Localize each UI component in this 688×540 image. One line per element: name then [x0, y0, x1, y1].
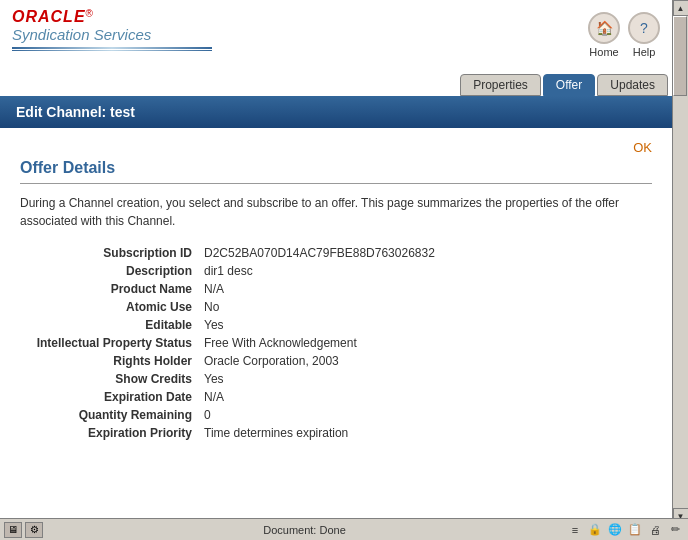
home-button[interactable]: 🏠 Home — [588, 12, 620, 58]
tab-offer[interactable]: Offer — [543, 74, 595, 96]
product-name-value: N/A — [200, 280, 652, 298]
offer-details-table: Subscription ID D2C52BA070D14AC79FBE88D7… — [20, 244, 652, 442]
table-row: Subscription ID D2C52BA070D14AC79FBE88D7… — [20, 244, 652, 262]
description-label: Description — [20, 262, 200, 280]
expiration-priority-value: Time determines expiration — [200, 424, 652, 442]
page-title-bar: Edit Channel: test — [0, 96, 672, 128]
oracle-text: ORACLE — [12, 8, 86, 25]
show-credits-label: Show Credits — [20, 370, 200, 388]
section-title: Offer Details — [20, 159, 652, 177]
status-right-icon-6[interactable]: ✏ — [666, 522, 684, 538]
table-row: Rights Holder Oracle Corporation, 2003 — [20, 352, 652, 370]
tab-updates[interactable]: Updates — [597, 74, 668, 96]
expiration-date-value: N/A — [200, 388, 652, 406]
subscription-id-label: Subscription ID — [20, 244, 200, 262]
table-row: Show Credits Yes — [20, 370, 652, 388]
header: ORACLE® Syndication Services 🏠 Home ? He… — [0, 0, 672, 70]
status-icon-1[interactable]: 🖥 — [4, 522, 22, 538]
section-description: During a Channel creation, you select an… — [20, 194, 652, 230]
table-row: Intellectual Property Status Free With A… — [20, 334, 652, 352]
status-right-icon-3[interactable]: 🌐 — [606, 522, 624, 538]
content-area: OK Offer Details During a Channel creati… — [0, 128, 672, 458]
logo-area: ORACLE® Syndication Services — [12, 8, 212, 51]
expiration-priority-label: Expiration Priority — [20, 424, 200, 442]
status-bar: 🖥 ⚙ Document: Done ≡ 🔒 🌐 📋 🖨 ✏ — [0, 518, 688, 540]
quantity-remaining-label: Quantity Remaining — [20, 406, 200, 424]
ip-status-label: Intellectual Property Status — [20, 334, 200, 352]
table-row: Editable Yes — [20, 316, 652, 334]
home-label: Home — [589, 46, 618, 58]
rights-holder-label: Rights Holder — [20, 352, 200, 370]
scrollbar[interactable]: ▲ ▼ — [672, 0, 688, 524]
description-value: dir1 desc — [200, 262, 652, 280]
main-content-area: ORACLE® Syndication Services 🏠 Home ? He… — [0, 0, 672, 524]
section-divider — [20, 183, 652, 184]
status-right-icons: ≡ 🔒 🌐 📋 🖨 ✏ — [566, 522, 684, 538]
ok-link-area: OK — [20, 136, 652, 159]
help-label: Help — [633, 46, 656, 58]
table-row: Expiration Date N/A — [20, 388, 652, 406]
expiration-date-label: Expiration Date — [20, 388, 200, 406]
decorative-lines — [12, 47, 212, 51]
editable-label: Editable — [20, 316, 200, 334]
page-title: Edit Channel: test — [16, 104, 135, 120]
rights-holder-value: Oracle Corporation, 2003 — [200, 352, 652, 370]
status-right-icon-1[interactable]: ≡ — [566, 522, 584, 538]
status-icon-2[interactable]: ⚙ — [25, 522, 43, 538]
help-button[interactable]: ? Help — [628, 12, 660, 58]
status-right-icon-4[interactable]: 📋 — [626, 522, 644, 538]
table-row: Expiration Priority Time determines expi… — [20, 424, 652, 442]
table-row: Atomic Use No — [20, 298, 652, 316]
scroll-up-arrow[interactable]: ▲ — [673, 0, 689, 16]
status-text: Document: Done — [47, 524, 562, 536]
table-row: Description dir1 desc — [20, 262, 652, 280]
tab-properties[interactable]: Properties — [460, 74, 541, 96]
ip-status-value: Free With Acknowledgement — [200, 334, 652, 352]
atomic-use-label: Atomic Use — [20, 298, 200, 316]
atomic-use-value: No — [200, 298, 652, 316]
quantity-remaining-value: 0 — [200, 406, 652, 424]
oracle-logo: ORACLE® — [12, 8, 212, 26]
scrollbar-track[interactable] — [673, 16, 688, 508]
product-name-label: Product Name — [20, 280, 200, 298]
status-left-icons: 🖥 ⚙ — [4, 522, 43, 538]
home-icon: 🏠 — [588, 12, 620, 44]
oracle-tm: ® — [86, 8, 93, 19]
syndication-services-text: Syndication Services — [12, 26, 212, 43]
nav-tabs: Properties Offer Updates — [0, 70, 672, 96]
table-row: Product Name N/A — [20, 280, 652, 298]
subscription-id-value: D2C52BA070D14AC79FBE88D763026832 — [200, 244, 652, 262]
editable-value: Yes — [200, 316, 652, 334]
header-icons: 🏠 Home ? Help — [588, 8, 660, 58]
status-right-icon-5[interactable]: 🖨 — [646, 522, 664, 538]
scrollbar-thumb[interactable] — [673, 16, 687, 96]
table-row: Quantity Remaining 0 — [20, 406, 652, 424]
status-right-icon-2[interactable]: 🔒 — [586, 522, 604, 538]
help-icon: ? — [628, 12, 660, 44]
ok-link[interactable]: OK — [633, 140, 652, 155]
show-credits-value: Yes — [200, 370, 652, 388]
